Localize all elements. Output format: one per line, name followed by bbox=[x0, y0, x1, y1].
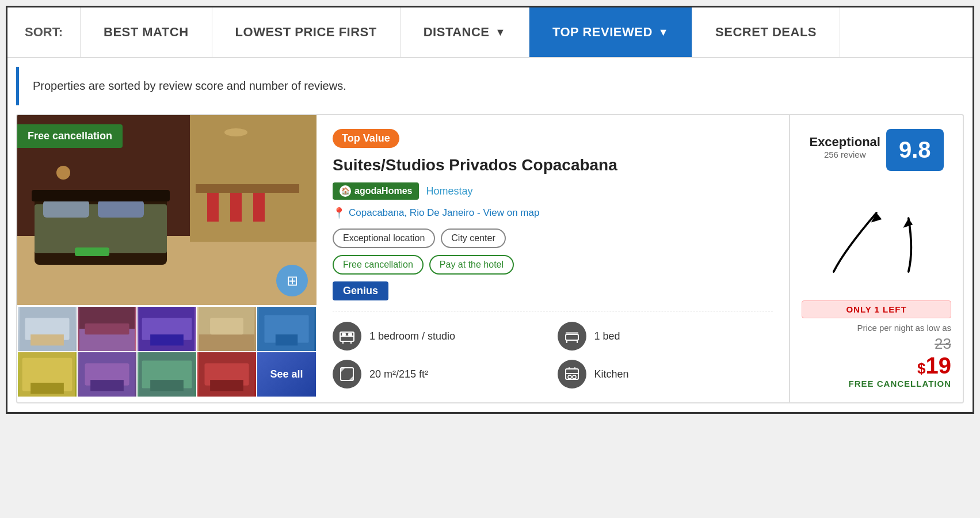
thumb5-svg bbox=[257, 307, 316, 351]
hotel-name: Suites/Studios Privados Copacabana bbox=[333, 156, 773, 174]
svg-rect-3 bbox=[190, 115, 317, 242]
tag-row-1: Exceptional location City center bbox=[333, 228, 773, 248]
svg-rect-47 bbox=[348, 333, 352, 336]
sort-lowest-price[interactable]: LOWEST PRICE FIRST bbox=[212, 7, 401, 57]
thumbnail-1[interactable] bbox=[17, 306, 77, 352]
thumbnail-3[interactable] bbox=[137, 306, 197, 352]
svg-marker-62 bbox=[903, 218, 913, 228]
svg-rect-9 bbox=[75, 247, 109, 256]
hotel-main-image[interactable]: Free cancellation ⊞ bbox=[17, 115, 317, 305]
bed-label: 1 bed bbox=[594, 330, 620, 342]
divider bbox=[333, 311, 773, 311]
free-cancel-label: FREE CANCELLATION bbox=[802, 379, 951, 389]
thumb9-svg bbox=[197, 352, 256, 397]
hotel-tags-row: 🏠 agodaHomes Homestay bbox=[333, 182, 773, 200]
svg-rect-11 bbox=[207, 193, 219, 222]
thumbnail-grid: See all bbox=[17, 305, 317, 397]
free-cancellation-badge: Free cancellation bbox=[17, 124, 123, 148]
genius-badge: Genius bbox=[333, 281, 773, 300]
tag-free-cancellation: Free cancellation bbox=[333, 255, 424, 275]
sort-top-reviewed[interactable]: TOP REVIEWED ▼ bbox=[529, 7, 692, 57]
hotel-card: Free cancellation ⊞ bbox=[16, 114, 964, 403]
svg-rect-6 bbox=[43, 200, 89, 218]
svg-rect-19 bbox=[30, 334, 64, 345]
tag-pay-at-hotel: Pay at the hotel bbox=[429, 255, 514, 275]
svg-rect-31 bbox=[276, 334, 298, 345]
hotel-image-section: Free cancellation ⊞ bbox=[17, 115, 317, 402]
info-bar: Properties are sorted by review score an… bbox=[16, 67, 964, 105]
price-section: Exceptional 256 review 9.8 ONLY 1 bbox=[790, 115, 963, 402]
svg-rect-45 bbox=[340, 336, 354, 337]
only-left-badge: ONLY 1 LEFT bbox=[802, 300, 951, 318]
svg-rect-22 bbox=[85, 323, 129, 334]
svg-rect-46 bbox=[342, 333, 346, 336]
review-score-box: 9.8 bbox=[886, 129, 944, 171]
thumbnail-see-all[interactable]: See all bbox=[257, 352, 317, 397]
thumbnail-2[interactable] bbox=[77, 306, 137, 352]
sort-best-match[interactable]: BEST MATCH bbox=[81, 7, 212, 57]
bed-icon bbox=[558, 322, 586, 351]
svg-rect-25 bbox=[150, 334, 184, 345]
amenity-bedroom: 1 bedroom / studio bbox=[333, 322, 548, 351]
bedroom-icon bbox=[333, 322, 361, 351]
svg-rect-40 bbox=[150, 380, 184, 391]
sort-distance[interactable]: DISTANCE ▼ bbox=[401, 7, 529, 57]
svg-rect-51 bbox=[566, 332, 578, 335]
tag-city-center: City center bbox=[441, 228, 505, 248]
thumbnail-5[interactable] bbox=[257, 306, 317, 352]
thumb4-svg bbox=[197, 307, 256, 351]
see-all-label: See all bbox=[270, 368, 303, 380]
thumbnail-4[interactable] bbox=[197, 306, 257, 352]
map-icon-button[interactable]: ⊞ bbox=[276, 265, 308, 296]
info-bar-text: Properties are sorted by review score an… bbox=[33, 79, 346, 92]
sort-secret-deals[interactable]: SECRET DEALS bbox=[692, 7, 840, 57]
price-per-night-label: Price per night as low as bbox=[802, 323, 951, 333]
thumbnail-9[interactable] bbox=[197, 352, 257, 397]
thumbnail-8[interactable] bbox=[137, 352, 197, 397]
page-container: SORT: BEST MATCH LOWEST PRICE FIRST DIST… bbox=[6, 6, 974, 414]
svg-rect-34 bbox=[30, 383, 64, 394]
sort-label: SORT: bbox=[7, 7, 81, 57]
bedroom-label: 1 bedroom / studio bbox=[369, 330, 455, 342]
thumbnail-6[interactable] bbox=[17, 352, 77, 397]
new-price: $19 bbox=[802, 353, 951, 379]
svg-rect-27 bbox=[199, 334, 254, 351]
top-reviewed-chevron-icon: ▼ bbox=[658, 26, 669, 39]
location-text: Copacabana, Rio De Janeiro - View on map bbox=[349, 207, 539, 219]
svg-point-16 bbox=[56, 166, 70, 180]
amenity-size: 20 m²/215 ft² bbox=[333, 360, 548, 389]
distance-chevron-icon: ▼ bbox=[495, 26, 506, 39]
tag-row-2: Free cancellation Pay at the hotel bbox=[333, 255, 773, 275]
location-link[interactable]: 📍 Copacabana, Rio De Janeiro - View on m… bbox=[333, 207, 773, 219]
svg-rect-12 bbox=[230, 193, 242, 222]
svg-rect-43 bbox=[210, 380, 243, 391]
kitchen-icon bbox=[558, 360, 586, 389]
genius-label: Genius bbox=[333, 281, 388, 300]
svg-point-57 bbox=[568, 375, 571, 379]
tag-exceptional-location: Exceptional location bbox=[333, 228, 435, 248]
review-row: Exceptional 256 review 9.8 bbox=[809, 129, 943, 171]
thumb7-svg bbox=[78, 352, 136, 397]
old-price: 23 bbox=[802, 335, 951, 353]
amenity-kitchen: Kitchen bbox=[558, 360, 773, 389]
hotel-details: Top Value Suites/Studios Privados Copaca… bbox=[317, 115, 790, 402]
price-bottom: ONLY 1 LEFT Price per night as low as 23… bbox=[802, 300, 951, 389]
homestay-label: Homestay bbox=[426, 185, 472, 197]
review-header: Exceptional 256 review bbox=[809, 135, 880, 159]
amenities-grid: 1 bedroom / studio 1 bed bbox=[333, 322, 773, 389]
top-value-badge: Top Value bbox=[333, 129, 399, 148]
location-pin-icon: 📍 bbox=[333, 207, 345, 219]
size-icon bbox=[333, 360, 361, 389]
svg-rect-8 bbox=[32, 190, 170, 201]
thumbnail-7[interactable] bbox=[77, 352, 137, 397]
thumb1-svg bbox=[18, 307, 77, 351]
currency-symbol: $ bbox=[917, 360, 925, 377]
amenity-bed: 1 bed bbox=[558, 322, 773, 351]
svg-rect-50 bbox=[566, 334, 578, 340]
price-value: 19 bbox=[926, 353, 952, 378]
agodahomes-badge: 🏠 agodaHomes bbox=[333, 182, 419, 200]
sort-bar: SORT: BEST MATCH LOWEST PRICE FIRST DIST… bbox=[7, 7, 973, 58]
agodahomes-icon: 🏠 bbox=[340, 185, 351, 197]
svg-rect-28 bbox=[210, 318, 243, 334]
agodahomes-label: agodaHomes bbox=[354, 186, 412, 196]
